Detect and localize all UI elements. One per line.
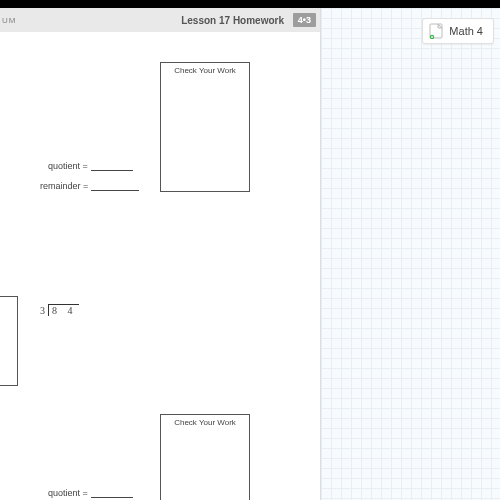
document-icon: [429, 23, 443, 39]
worksheet-body: Check Your Work quotient = remainder = 3…: [0, 32, 320, 500]
page-title: Lesson 17 Homework: [181, 15, 284, 26]
quotient-label: quotient =: [48, 488, 88, 498]
quotient-label: quotient =: [48, 161, 88, 171]
check-work-label: Check Your Work: [161, 418, 249, 427]
note-document-chip[interactable]: Math 4: [422, 18, 494, 44]
notes-pane[interactable]: Math 4: [320, 8, 500, 500]
partial-work-box: [0, 296, 18, 386]
grid-background: [321, 8, 500, 500]
quotient-line-1: quotient =: [48, 161, 133, 171]
check-work-box-2: Check Your Work: [160, 414, 250, 500]
dividend: 8 4: [48, 304, 79, 316]
quotient-blank[interactable]: [91, 489, 133, 498]
check-work-label: Check Your Work: [161, 66, 249, 75]
check-work-box-1: Check Your Work: [160, 62, 250, 192]
remainder-blank[interactable]: [91, 182, 139, 191]
main-split: UM Lesson 17 Homework 4•3 Check Your Wor…: [0, 8, 500, 500]
note-document-label: Math 4: [449, 25, 483, 37]
document-pane[interactable]: UM Lesson 17 Homework 4•3 Check Your Wor…: [0, 8, 320, 500]
quotient-line-2: quotient =: [48, 488, 133, 498]
worksheet-header: UM Lesson 17 Homework 4•3: [0, 8, 320, 32]
remainder-label: remainder =: [40, 181, 88, 191]
long-division-problem: 38 4: [40, 304, 79, 316]
quotient-blank[interactable]: [91, 162, 133, 171]
module-badge: 4•3: [293, 13, 316, 27]
curriculum-tag: UM: [2, 16, 16, 25]
divisor: 3: [40, 305, 45, 316]
window-top-bar: [0, 0, 500, 8]
remainder-line-1: remainder =: [40, 181, 139, 191]
